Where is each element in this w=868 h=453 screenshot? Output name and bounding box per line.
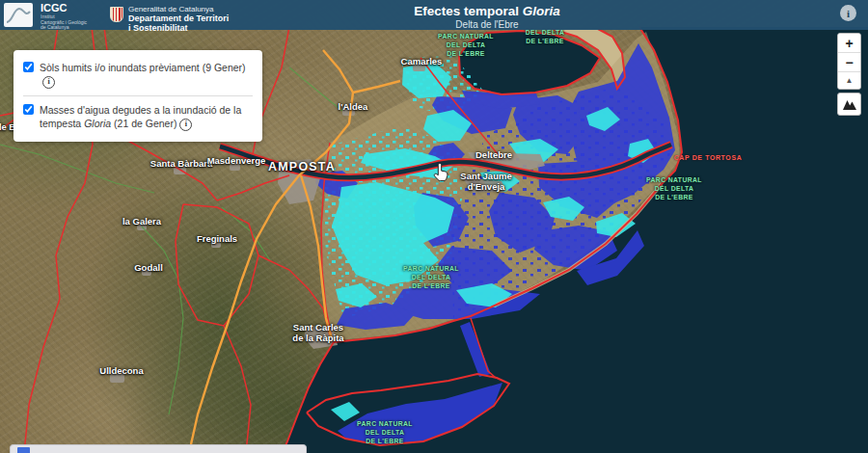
basemap-toggle-button[interactable]: [837, 93, 861, 116]
icgc-wordmark: ICGC Institut Cartogràfic i Geològic de …: [41, 3, 87, 31]
bottom-attribution-bar[interactable]: [10, 444, 307, 453]
scale-chip: [17, 447, 30, 453]
mountain-icon: [842, 98, 857, 111]
zoom-in-button[interactable]: +: [838, 34, 860, 52]
info-button[interactable]: i: [840, 5, 856, 21]
gloria-flood-checkbox[interactable]: [23, 104, 34, 115]
layer-row-gloria-flood[interactable]: Masses d'aigua degudes a la inundació de…: [23, 95, 253, 138]
zoom-out-button[interactable]: −: [838, 52, 860, 71]
map-viewer: de Barberans Santa Bàrbara Masdenverge A…: [0, 0, 868, 453]
zoom-control-group: + − ▲: [837, 33, 861, 90]
layer-legend-panel: Sòls humits i/o inundats prèviament (9 G…: [14, 50, 262, 142]
gencat-shield-icon: [110, 7, 123, 22]
app-header: ICGC Institut Cartogràfic i Geològic de …: [0, 0, 868, 30]
gencat-block: Generalitat de Catalunya Departament de …: [110, 5, 229, 33]
layer-info-icon[interactable]: i: [42, 76, 55, 89]
icgc-logo-icon: [4, 3, 33, 27]
page-title: Efectes temporal Gloria Delta de l'Ebre: [414, 4, 560, 30]
layer-row-previous-soils[interactable]: Sòls humits i/o inundats prèviament (9 G…: [23, 54, 253, 95]
layer-info-icon[interactable]: i: [179, 119, 192, 131]
zoom-extent-button[interactable]: ▲: [838, 71, 860, 89]
page-subtitle: Delta de l'Ebre: [414, 19, 560, 30]
previous-soils-checkbox[interactable]: [23, 62, 34, 72]
